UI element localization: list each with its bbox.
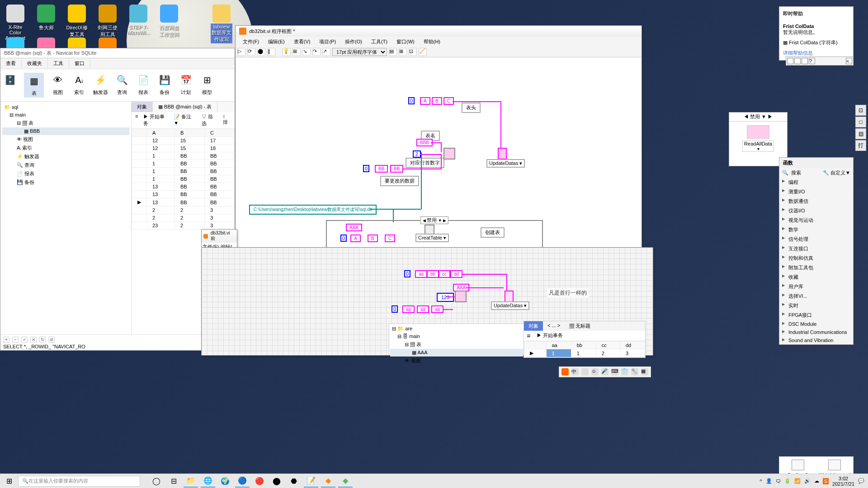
ime-menu-icon[interactable]: ▦ — [641, 368, 648, 375]
dropdown[interactable]: UpdateDatas ▾ — [491, 301, 529, 310]
desktop-icon[interactable]: STEP 7-MicroWI... — [127, 5, 149, 41]
desktop-icon[interactable]: 百度网盘工作空间 — [158, 5, 180, 41]
tray-icon[interactable]: 👤 — [766, 478, 772, 484]
add-row-btn[interactable]: + — [3, 337, 9, 343]
tb-report[interactable]: 📄报表 — [136, 73, 151, 98]
array-el[interactable]: cc — [439, 270, 450, 278]
index-node[interactable]: Aᵢ 索引 — [2, 144, 129, 152]
folder-selected[interactable]: labview数据库文件读写 — [211, 5, 232, 43]
array-el[interactable]: A — [350, 235, 361, 242]
tb-newquery[interactable]: 🗄️ — [3, 73, 17, 98]
tree-item[interactable]: ▦ AAA — [390, 349, 523, 357]
ime-emoji-icon[interactable]: ☺ — [591, 368, 599, 375]
ime-mic-icon[interactable]: 🎤 — [601, 368, 609, 375]
array-el[interactable]: aa — [417, 305, 429, 313]
ctx-btn[interactable] — [794, 58, 801, 64]
tb-index[interactable]: Aᵢ索引 — [72, 73, 86, 98]
string-const[interactable]: BBB — [416, 139, 433, 146]
palette-category[interactable]: 实时 — [779, 301, 853, 310]
nav-tab[interactable]: 收藏夹 — [22, 58, 48, 69]
side-icon[interactable]: ⊡ — [855, 105, 866, 116]
tree-item[interactable]: 👁 视图 — [390, 357, 523, 365]
search-btn[interactable]: 搜索 — [791, 169, 801, 176]
align-btn[interactable]: ▤ — [389, 48, 397, 56]
ctx-btn[interactable]: < — [846, 58, 852, 64]
bbb-table[interactable]: ▦ BBB — [2, 127, 129, 135]
untitled-tab[interactable]: ▦ 无标题 — [565, 321, 595, 331]
palette-item[interactable] — [747, 125, 769, 139]
menu-window[interactable]: 窗口(W) — [393, 38, 418, 46]
palette-category[interactable]: 视觉与运动 — [779, 216, 853, 225]
ime-kbd-icon[interactable]: ⌨ — [611, 368, 618, 375]
table-row[interactable]: 223 — [132, 214, 235, 222]
table-row[interactable]: 2323 — [132, 222, 235, 230]
reorder-btn[interactable]: ⊡ — [409, 48, 417, 56]
array-el[interactable]: C — [385, 235, 395, 242]
tray-icon[interactable]: 🔋 — [784, 478, 791, 484]
table-row[interactable]: 121518 — [132, 145, 235, 152]
ime-tool-icon[interactable]: 🔧 — [631, 368, 638, 375]
nav-tab[interactable]: < ... > — [543, 321, 565, 331]
start-tx[interactable]: ▶ 开始事务 — [537, 332, 563, 339]
cortana-icon[interactable]: ⊟ — [166, 475, 181, 488]
edge-icon[interactable]: 🌍 — [218, 475, 232, 488]
array-index[interactable]: 0 — [392, 305, 398, 313]
table-row[interactable]: 1BBBB — [132, 175, 235, 183]
palette-category[interactable]: FPGA接口 — [779, 310, 853, 320]
table-row[interactable]: 1BBBB — [132, 160, 235, 168]
menu-project[interactable]: 项目(P) — [316, 38, 340, 46]
array-el[interactable]: aa — [402, 305, 415, 313]
palette-category[interactable]: 测量I/O — [779, 187, 853, 197]
ctx-btn[interactable] — [802, 58, 808, 64]
filter-btn[interactable]: ▽ 筛选 — [202, 113, 217, 127]
menu-tools[interactable]: 工具(T) — [368, 38, 391, 46]
query-node[interactable]: 🔍 查询 — [2, 161, 129, 169]
seq-head[interactable]: ◀ 禁用 ▼ ▶ — [420, 216, 448, 224]
ime-skin-icon[interactable]: 👕 — [621, 368, 628, 375]
tree-item[interactable]: ⊟ ▦ 表 — [390, 340, 523, 349]
clock[interactable]: 3:022021/7/21 — [832, 476, 854, 487]
app-icon[interactable]: ⬣ — [287, 475, 301, 488]
side-icon[interactable]: 打 — [855, 140, 866, 151]
dist-btn[interactable]: ⊞ — [399, 48, 407, 56]
menu-help[interactable]: 帮助(H) — [420, 38, 444, 46]
side-icon[interactable]: □ — [855, 117, 866, 127]
memo-btn[interactable]: 📝 备注 ▼ — [174, 113, 196, 127]
tb-schedule[interactable]: 📅计划 — [179, 73, 193, 98]
array-index[interactable]: 0 — [363, 165, 369, 172]
notifications-icon[interactable]: 💬 — [858, 478, 864, 484]
menu-edit[interactable]: 编辑(E) — [264, 38, 288, 46]
build-array[interactable] — [455, 291, 467, 302]
array-el[interactable]: aa — [431, 305, 443, 313]
array-index[interactable]: 0 — [404, 270, 410, 277]
array-el[interactable]: aa — [415, 270, 427, 278]
stop-btn[interactable]: ⊘ — [48, 337, 55, 343]
dropdown[interactable]: UpdateDatas ▾ — [486, 159, 525, 168]
palette-category[interactable]: 附加工具包 — [779, 263, 853, 272]
cancel-btn[interactable]: ✕ — [30, 337, 37, 343]
tray-up-icon[interactable]: ^ — [760, 479, 762, 484]
desktop-icon[interactable]: 鲁大师 — [35, 5, 57, 41]
del-row-btn[interactable]: − — [12, 337, 19, 343]
menu-operate[interactable]: 操作(O) — [341, 38, 366, 46]
menu-view[interactable]: 查看(V) — [290, 38, 314, 46]
backup-node[interactable]: 💾 备份 — [2, 178, 129, 187]
main-node[interactable]: ⊟ main — [2, 111, 129, 119]
menu-icon[interactable]: ≡ — [135, 113, 138, 127]
palette-category[interactable]: 控制和仿真 — [779, 253, 853, 263]
path-const[interactable]: C:\Users\wangzhen\Desktop\labview数据库文件读写… — [249, 205, 377, 215]
db-node[interactable]: 📁 sql — [2, 103, 129, 111]
nav-tab[interactable]: 工具 — [48, 58, 69, 69]
ime-toolbar[interactable]: 中 ☺ 🎤 ⌨ 👕 🔧 ▦ — [559, 366, 651, 377]
ime-lang-icon[interactable]: 中 — [571, 368, 579, 375]
numeric[interactable]: 123 — [437, 293, 454, 302]
palette-category[interactable]: DSC Module — [779, 320, 853, 328]
ime-punct-icon[interactable] — [581, 368, 589, 375]
help-link[interactable]: 详细帮助信息 — [783, 50, 849, 56]
palette-category[interactable]: Sound and Vibration — [779, 336, 853, 344]
step-over-btn[interactable]: ↷ — [312, 48, 321, 56]
taskview-icon[interactable]: ◯ — [149, 475, 164, 488]
ctx-btn[interactable] — [787, 58, 793, 64]
tables-node[interactable]: ⊟ ▦ 表 — [2, 119, 129, 127]
labview-icon[interactable]: ◆ — [321, 475, 335, 488]
